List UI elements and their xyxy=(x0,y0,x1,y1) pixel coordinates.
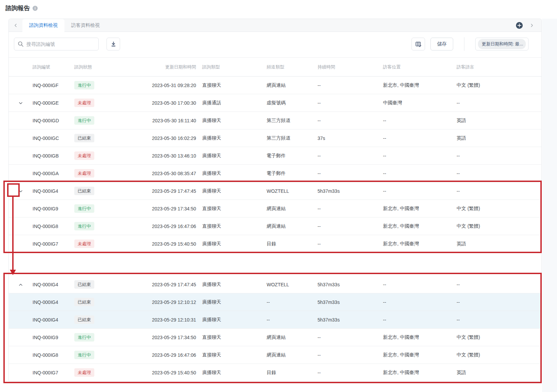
page-header: 諮詢報告 i xyxy=(5,4,38,12)
table-row[interactable]: INQ-000IGD進行中2023-05-30 16:11:40廣播聊天第三方頻… xyxy=(9,112,541,129)
cell-location: -- xyxy=(382,153,448,159)
info-icon[interactable]: i xyxy=(33,6,38,11)
cell-location: 新北市, 中國臺灣 xyxy=(382,223,448,229)
status-badge: 進行中 xyxy=(74,222,94,231)
table-row[interactable]: INQ-000IG4已結束2023-05-29 12:10:31廣播聊天--5h… xyxy=(9,311,541,329)
cell-language: -- xyxy=(448,282,541,287)
cell-datetime: 2023-05-30 17:00:30 xyxy=(121,100,199,106)
cell-datetime: 2023-05-29 17:34:50 xyxy=(121,206,199,211)
table-row[interactable]: INQ-000IG8進行中2023-05-29 16:47:06直接聊天網頁連結… xyxy=(9,218,541,235)
tab-inquiry-data-view[interactable]: 諮詢資料檢視 xyxy=(22,19,64,32)
cell-duration: 5h37m33s xyxy=(316,188,382,194)
cell-type: 廣播聊天 xyxy=(199,153,265,159)
table-row[interactable]: INQ-000IGE未處理2023-05-30 17:00:30廣播通話虛擬號碼… xyxy=(9,94,541,112)
cell-location: -- xyxy=(382,300,448,305)
filter-chip-updated-datetime[interactable]: 更新日期和時間: 最... xyxy=(478,39,526,49)
cell-datetime: 2023-05-29 16:47:06 xyxy=(121,352,199,358)
filter-bar: 更新日期和時間: 最... xyxy=(475,38,529,50)
cell-language: -- xyxy=(448,171,541,176)
cell-channel: 網頁連結 xyxy=(265,82,316,88)
cell-duration: -- xyxy=(316,335,382,340)
table-row[interactable]: INQ-000IG4已結束2023-05-29 17:47:45廣播聊天WOZT… xyxy=(9,182,541,200)
cell-channel: WOZTELL xyxy=(265,188,316,194)
cell-id: INQ-000IG7 xyxy=(31,370,73,375)
search-input[interactable] xyxy=(26,41,95,47)
plus-circle-icon xyxy=(516,22,523,29)
search-box[interactable] xyxy=(14,38,99,50)
header-cell-type: 諮詢類型 xyxy=(199,64,265,70)
cell-type: 廣播通話 xyxy=(199,100,265,106)
cell-status: 未處理 xyxy=(73,169,121,178)
cell-status: 未處理 xyxy=(73,368,121,377)
cell-datetime: 2023-05-30 08:35:47 xyxy=(121,171,199,176)
cell-expander xyxy=(9,99,31,107)
report-card: 諮詢資料檢視 訪客資料檢視 xyxy=(8,19,542,381)
cell-location: -- xyxy=(382,317,448,323)
cell-type: 廣播聊天 xyxy=(199,241,265,247)
cell-datetime: 2023-05-29 17:34:50 xyxy=(121,335,199,340)
cell-datetime: 2023-05-29 17:47:45 xyxy=(121,282,199,287)
cell-duration: -- xyxy=(316,118,382,123)
cell-language: -- xyxy=(448,300,541,305)
cell-location: 新北市, 中國臺灣 xyxy=(382,206,448,212)
cell-datetime: 2023-05-29 12:10:31 xyxy=(121,317,199,323)
cell-channel: 電子郵件 xyxy=(265,153,316,159)
expand-row-button[interactable] xyxy=(17,99,24,107)
tabs-scroll-right-button[interactable] xyxy=(529,23,535,28)
cell-type: 直接聊天 xyxy=(199,206,265,212)
cell-duration: -- xyxy=(316,352,382,358)
toolbar-divider xyxy=(464,37,464,51)
cell-expander xyxy=(9,281,31,288)
cell-language: -- xyxy=(448,317,541,323)
annotation-arrow-head xyxy=(10,270,16,275)
cell-duration: 5h37m33s xyxy=(316,282,382,287)
table-row[interactable]: INQ-000IGC已結束2023-05-30 16:02:29廣播聊天第三方頻… xyxy=(9,129,541,147)
add-view-button[interactable] xyxy=(516,22,523,29)
cell-channel: 第三方頻道 xyxy=(265,135,316,141)
cell-status: 已結束 xyxy=(73,187,121,195)
collapse-row-button[interactable] xyxy=(17,281,24,288)
table-row[interactable]: INQ-000IG9進行中2023-05-29 17:34:50直接聊天網頁連結… xyxy=(9,200,541,218)
cell-type: 廣播聊天 xyxy=(199,135,265,141)
cell-status: 進行中 xyxy=(73,333,121,342)
cell-datetime: 2023-05-29 12:10:12 xyxy=(121,300,199,305)
cell-channel: -- xyxy=(265,300,316,305)
table-row[interactable]: INQ-000IGF進行中2023-05-31 09:28:20直接聊天網頁連結… xyxy=(9,77,541,94)
header-cell-id: 諮詢編號 xyxy=(31,64,73,70)
table-row[interactable]: INQ-000IGB未處理2023-05-30 13:46:10廣播聊天電子郵件… xyxy=(9,147,541,165)
cell-type: 廣播聊天 xyxy=(199,282,265,288)
cell-type: 直接聊天 xyxy=(199,82,265,88)
chevron-right-icon xyxy=(530,23,534,28)
tab-visitor-data-view[interactable]: 訪客資料檢視 xyxy=(64,19,107,32)
cell-id: INQ-000IG4 xyxy=(31,282,73,287)
cell-status: 已結束 xyxy=(73,134,121,143)
cell-id: INQ-000IGC xyxy=(31,136,73,141)
table-row[interactable]: INQ-000IG8進行中2023-05-29 16:47:06直接聊天網頁連結… xyxy=(9,346,541,364)
cell-duration: -- xyxy=(316,241,382,247)
cell-channel: -- xyxy=(265,317,316,323)
header-cell-status: 諮詢狀態 xyxy=(73,64,121,70)
cell-id: INQ-000IGE xyxy=(31,100,73,106)
tabs-scroll-left-button[interactable] xyxy=(9,19,22,32)
cell-location: -- xyxy=(382,171,448,176)
table-row[interactable]: INQ-000IG7未處理2023-05-29 15:40:50廣播聊天目錄--… xyxy=(9,235,541,253)
cell-id: INQ-000IGA xyxy=(31,171,73,176)
table-row[interactable]: INQ-000IG4已結束2023-05-29 17:47:45廣播聊天WOZT… xyxy=(9,276,541,293)
table-row[interactable]: INQ-000IG7未處理2023-05-29 15:40:50廣播聊天目錄--… xyxy=(9,364,541,381)
status-badge: 未處理 xyxy=(74,151,94,160)
cell-status: 未處理 xyxy=(73,99,121,107)
table-row[interactable]: INQ-000IG9進行中2023-05-29 17:34:50直接聊天網頁連結… xyxy=(9,329,541,346)
status-badge: 已結束 xyxy=(74,187,94,195)
edit-columns-button[interactable] xyxy=(411,38,425,50)
expand-row-button[interactable] xyxy=(17,187,24,195)
save-button[interactable]: 儲存 xyxy=(430,38,453,50)
cell-status: 進行中 xyxy=(73,351,121,359)
cell-channel: 目錄 xyxy=(265,241,316,247)
table-row[interactable]: INQ-000IG4已結束2023-05-29 12:10:12廣播聊天--5h… xyxy=(9,293,541,311)
cell-expander xyxy=(9,187,31,195)
cell-duration: -- xyxy=(316,370,382,375)
cell-duration: 5h37m33s xyxy=(316,300,382,305)
download-button[interactable] xyxy=(107,38,120,50)
cell-id: INQ-000IG9 xyxy=(31,206,73,211)
table-row[interactable]: INQ-000IGA未處理2023-05-30 08:35:47廣播聊天電子郵件… xyxy=(9,165,541,182)
